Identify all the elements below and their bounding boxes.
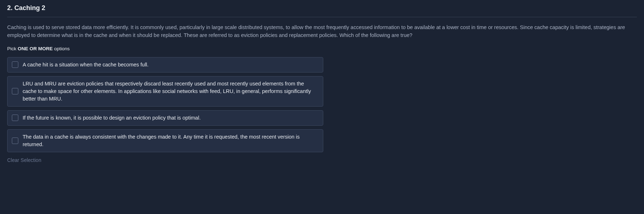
checkbox-icon[interactable]: [12, 138, 18, 144]
instruction: Pick ONE OR MORE options: [7, 46, 637, 51]
divider: [7, 17, 637, 17]
question-body: Caching is used to serve stored data mor…: [7, 24, 637, 39]
option-text: The data in a cache is always consistent…: [23, 133, 319, 148]
option-2[interactable]: LRU and MRU are eviction policies that r…: [7, 76, 323, 107]
checkbox-icon[interactable]: [12, 88, 18, 94]
question-container: 2. Caching 2 Caching is used to serve st…: [0, 0, 644, 171]
instruction-bold: ONE OR MORE: [18, 46, 53, 51]
option-text: LRU and MRU are eviction policies that r…: [23, 80, 319, 103]
question-title-text: Caching 2: [14, 4, 45, 11]
instruction-suffix: options: [53, 46, 70, 51]
option-3[interactable]: If the future is known, it is possible t…: [7, 110, 323, 126]
clear-selection-button[interactable]: Clear Selection: [7, 157, 41, 163]
question-title: 2. Caching 2: [7, 1, 637, 17]
question-number: 2.: [7, 4, 13, 11]
option-4[interactable]: The data in a cache is always consistent…: [7, 129, 323, 152]
option-1[interactable]: A cache hit is a situation when the cach…: [7, 57, 323, 73]
options-list: A cache hit is a situation when the cach…: [7, 57, 323, 152]
instruction-prefix: Pick: [7, 46, 18, 51]
option-text: A cache hit is a situation when the cach…: [23, 61, 319, 69]
checkbox-icon[interactable]: [12, 61, 18, 68]
checkbox-icon[interactable]: [12, 115, 18, 121]
option-text: If the future is known, it is possible t…: [23, 114, 319, 122]
